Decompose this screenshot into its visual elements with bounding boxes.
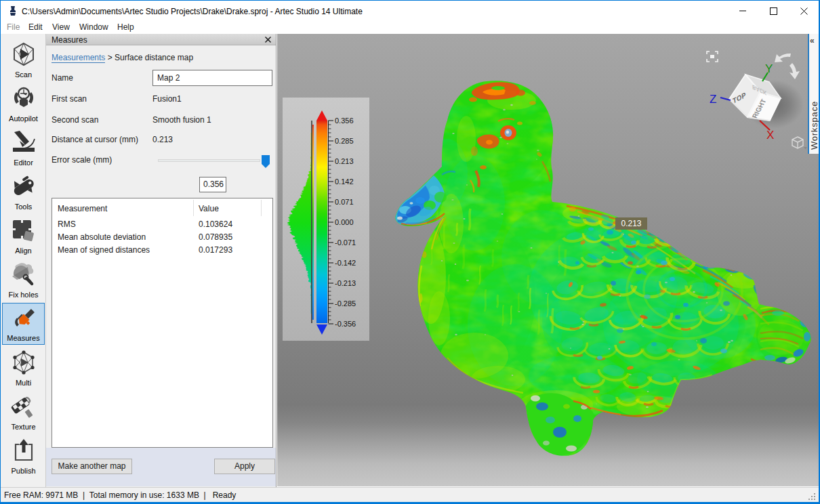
svg-text:Y: Y <box>765 62 773 75</box>
svg-text:0.071: 0.071 <box>335 198 354 206</box>
svg-text:0.356: 0.356 <box>335 117 354 125</box>
svg-text:-0.285: -0.285 <box>335 299 356 308</box>
svg-text:0.213: 0.213 <box>335 157 354 165</box>
svg-text:0.000: 0.000 <box>335 218 354 226</box>
svg-text:0.285: 0.285 <box>335 137 354 145</box>
svg-text:-0.142: -0.142 <box>335 259 356 267</box>
svg-text:Z: Z <box>710 93 716 106</box>
svg-text:-0.071: -0.071 <box>335 238 356 247</box>
svg-text:-0.356: -0.356 <box>335 320 356 328</box>
svg-text:X: X <box>766 129 774 142</box>
svg-text:-0.213: -0.213 <box>335 279 356 287</box>
svg-text:0.142: 0.142 <box>335 177 354 186</box>
